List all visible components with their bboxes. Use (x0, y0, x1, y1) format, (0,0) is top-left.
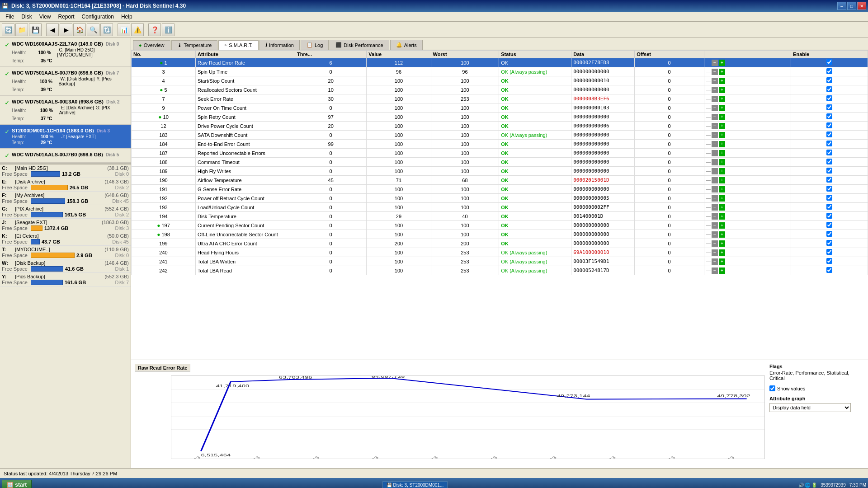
menu-report[interactable]: Report (54, 13, 78, 21)
offset-minus-btn[interactable]: − (712, 204, 718, 211)
offset-minus-btn[interactable]: − (712, 114, 718, 120)
toolbar-alert[interactable]: ⚠️ (131, 23, 144, 36)
tab-disk-performance[interactable]: ⬛ Disk Performance (330, 40, 389, 50)
menu-file[interactable]: File (2, 13, 18, 21)
enable-checkbox[interactable] (826, 204, 832, 210)
enable-checkbox[interactable] (826, 249, 832, 255)
offset-minus-btn[interactable]: − (712, 132, 718, 138)
drive-entry-K[interactable]: K: [Et Cetera] (50.0 GB) Free Space 43.7… (0, 232, 131, 246)
enable-checkbox[interactable] (826, 113, 832, 119)
disk-item-disk3[interactable]: ✓ ST2000DM001-1CH164 (1863.0 GB) Disk 3 … (0, 125, 131, 149)
offset-minus-btn[interactable]: − (712, 87, 718, 93)
disk-item-disk5[interactable]: ✓ WDC WD7501AALS-00J7B0 (698.6 GB) Disk … (0, 149, 131, 163)
table-row[interactable]: 184 End-to-End Error Count 99 100 100 OK… (132, 140, 868, 149)
offset-plus-btn[interactable]: + (719, 96, 725, 102)
minimize-button[interactable]: – (837, 2, 846, 10)
toolbar-next[interactable]: ▶ (60, 23, 72, 36)
offset-plus-btn[interactable]: + (719, 177, 725, 183)
enable-checkbox[interactable] (826, 213, 832, 219)
offset-minus-btn[interactable]: − (712, 159, 718, 165)
offset-plus-btn[interactable]: + (719, 249, 725, 256)
toolbar-refresh[interactable]: 🔄 (2, 23, 14, 36)
offset-minus-btn[interactable]: − (712, 96, 718, 102)
tab-alerts[interactable]: 🔔 Alerts (390, 40, 423, 50)
offset-plus-btn[interactable]: + (719, 141, 725, 147)
menu-disk[interactable]: Disk (18, 13, 35, 21)
table-row[interactable]: ● 5 Reallocated Sectors Count 10 100 100… (132, 85, 868, 94)
enable-checkbox[interactable] (826, 86, 832, 92)
menu-view[interactable]: View (36, 13, 55, 21)
drive-entry-W[interactable]: W: [Disk Backup] (146.4 GB) Free Space 4… (0, 259, 131, 273)
toolbar-save[interactable]: 💾 (29, 23, 42, 36)
enable-checkbox[interactable] (826, 150, 832, 155)
toolbar-open[interactable]: 📁 (15, 23, 28, 36)
table-row[interactable]: 3 Spin Up Time 0 96 96 OK (Always passin… (132, 67, 868, 76)
drive-entry-G[interactable]: G: [PIX Archive] (552.4 GB) Free Space 1… (0, 205, 131, 219)
offset-minus-btn[interactable]: − (712, 186, 718, 192)
toolbar-info[interactable]: ℹ️ (162, 23, 175, 36)
offset-minus-btn[interactable]: − (712, 60, 718, 66)
table-row[interactable]: ● 197 Current Pending Sector Count 0 100… (132, 221, 868, 230)
offset-plus-btn[interactable]: + (719, 159, 725, 165)
offset-plus-btn[interactable]: + (719, 78, 725, 84)
table-row[interactable]: 7 Seek Error Rate 30 100 253 OK 0000008B… (132, 94, 868, 103)
table-row[interactable]: 12 Drive Power Cycle Count 20 100 100 OK… (132, 122, 868, 131)
offset-plus-btn[interactable]: + (719, 222, 725, 229)
offset-minus-btn[interactable]: − (712, 213, 718, 220)
tab-smart[interactable]: ≈ S.M.A.R.T. (218, 40, 259, 50)
enable-checkbox[interactable] (826, 240, 832, 246)
toolbar-update[interactable]: 🔃 (100, 23, 113, 36)
drive-entry-Y[interactable]: Y: [Pics Backup] (552.3 GB) Free Space 1… (0, 273, 131, 286)
table-row[interactable]: 199 Ultra ATA CRC Error Count 0 200 200 … (132, 239, 868, 248)
offset-minus-btn[interactable]: − (712, 258, 718, 265)
start-button[interactable]: 🪟 start (2, 480, 32, 488)
menu-configuration[interactable]: Configuration (78, 13, 118, 21)
offset-plus-btn[interactable]: + (719, 150, 725, 156)
enable-checkbox[interactable] (826, 222, 832, 228)
menu-help[interactable]: Help (118, 13, 136, 21)
enable-checkbox[interactable] (826, 68, 832, 74)
table-row[interactable]: 4 Start/Stop Count 20 100 100 OK 0000000… (132, 76, 868, 85)
table-row[interactable]: 242 Total LBA Read 0 100 253 OK (Always … (132, 266, 868, 275)
table-row[interactable]: ● 10 Spin Retry Count 97 100 100 OK 0000… (132, 113, 868, 122)
offset-minus-btn[interactable]: − (712, 150, 718, 156)
enable-checkbox[interactable] (826, 168, 832, 174)
table-row[interactable]: ● 198 Off-Line Uncorrectable Sector Coun… (132, 230, 868, 239)
tab-information[interactable]: ℹ Information (259, 40, 300, 50)
offset-minus-btn[interactable]: − (712, 222, 718, 229)
table-row[interactable]: 187 Reported Uncorrectable Errors 0 100 … (132, 149, 868, 158)
offset-plus-btn[interactable]: + (719, 186, 725, 192)
offset-minus-btn[interactable]: − (712, 267, 718, 274)
toolbar-report[interactable]: 📊 (118, 23, 130, 36)
table-row[interactable]: 190 Airflow Temperature 45 71 68 OK 0000… (132, 176, 868, 185)
offset-plus-btn[interactable]: + (719, 204, 725, 211)
toolbar-home[interactable]: 🏠 (73, 23, 86, 36)
enable-checkbox[interactable] (826, 195, 832, 201)
drive-entry-C[interactable]: C: [Main HD 25G] (38.1 GB) Free Space 13… (0, 164, 131, 178)
enable-checkbox[interactable] (826, 231, 832, 237)
offset-plus-btn[interactable]: + (719, 231, 725, 238)
toolbar-search[interactable]: 🔍 (87, 23, 99, 36)
offset-plus-btn[interactable]: + (719, 267, 725, 274)
show-values-checkbox[interactable] (769, 385, 775, 391)
taskbar-app[interactable]: 💾 Disk: 3, ST2000DM001... (382, 481, 448, 488)
enable-checkbox[interactable] (826, 122, 832, 128)
disk-item-disk0[interactable]: ✓ WDC WD1600AAJS-22L7A0 (149.0 GB) Disk … (0, 38, 131, 67)
enable-checkbox[interactable] (826, 159, 832, 164)
close-button[interactable]: ✕ (857, 2, 866, 10)
enable-checkbox[interactable] (826, 95, 832, 101)
tab-log[interactable]: 📋 Log (301, 40, 329, 50)
tab-overview[interactable]: ● Overview (133, 40, 170, 50)
enable-checkbox[interactable] (826, 104, 832, 110)
table-row[interactable]: 192 Power off Retract Cycle Count 0 100 … (132, 194, 868, 203)
offset-plus-btn[interactable]: + (719, 105, 725, 111)
attr-dropdown-container[interactable]: Display data field (769, 403, 864, 412)
maximize-button[interactable]: □ (847, 2, 856, 10)
enable-checkbox[interactable] (826, 258, 832, 264)
table-row[interactable]: 188 Command Timeout 0 100 100 OK 0000000… (132, 158, 868, 167)
offset-plus-btn[interactable]: + (719, 123, 725, 129)
disk-item-disk7[interactable]: ✓ WDC WD7501AALS-00J7B0 (698.6 GB) Disk … (0, 67, 131, 96)
table-row[interactable]: 193 Load/Unload Cycle Count 0 100 100 OK… (132, 203, 868, 212)
offset-plus-btn[interactable]: + (719, 258, 725, 265)
offset-minus-btn[interactable]: − (712, 168, 718, 174)
